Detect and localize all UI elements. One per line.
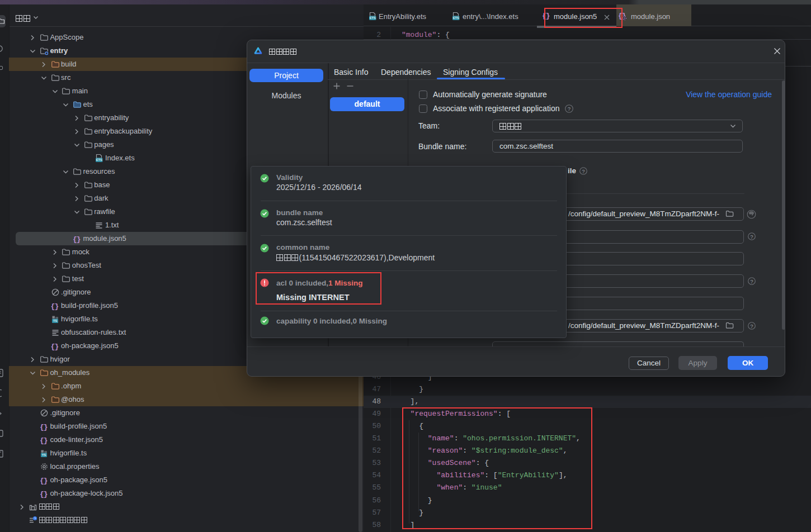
svg-text:TS: TS [53, 319, 57, 322]
svg-text:ETS: ETS [96, 158, 102, 162]
svg-text:ETS: ETS [370, 16, 376, 20]
svg-text:?: ? [750, 234, 753, 240]
svg-text:?: ? [582, 168, 584, 174]
svg-text:?: ? [750, 278, 753, 284]
svg-text:?: ? [568, 106, 570, 112]
svg-text:ETS: ETS [453, 16, 459, 20]
svg-text:TS: TS [42, 453, 46, 457]
svg-text:?: ? [750, 323, 753, 329]
